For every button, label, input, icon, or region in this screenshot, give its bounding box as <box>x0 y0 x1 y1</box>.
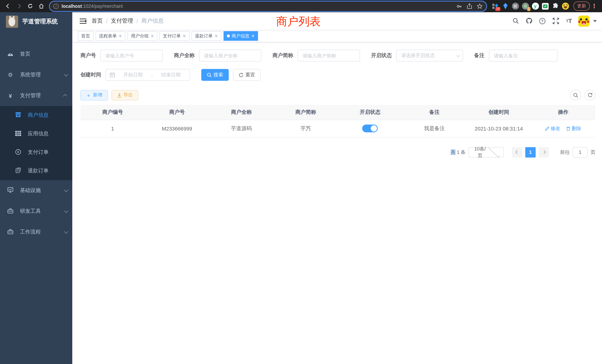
browser-toolbar: i localhost:1024/pay/merchant 10 ⌘ 1 <box>0 0 602 12</box>
fullscreen-icon[interactable] <box>552 17 560 25</box>
edit-link[interactable]: 修改 <box>545 125 560 132</box>
status-toggle[interactable] <box>362 125 378 132</box>
app-logo[interactable]: 芋道管理系统 <box>0 12 72 31</box>
merchant-no-input[interactable] <box>100 50 163 62</box>
chrome-update-button[interactable]: 更新 <box>573 1 590 11</box>
chevron-up-icon <box>63 94 67 98</box>
pagination: 共 1 条 10条/页 1 前往 页 <box>80 147 595 157</box>
breadcrumb-home[interactable]: 首页 <box>92 17 103 24</box>
extension-yuque-icon[interactable]: y <box>532 2 539 10</box>
url-text[interactable]: localhost:1024/pay/merchant <box>62 3 453 9</box>
chevron-down-icon <box>64 188 68 192</box>
trash-icon <box>566 126 570 131</box>
share-icon[interactable] <box>467 3 472 9</box>
short-name-input[interactable] <box>298 50 360 62</box>
status-select[interactable]: 请选择开启状态 <box>396 50 463 62</box>
next-page-button[interactable] <box>539 147 549 157</box>
user-avatar[interactable] <box>578 15 589 26</box>
sidebar-item-app-info[interactable]: 应用信息 <box>0 125 72 143</box>
add-button[interactable]: ＋ 新增 <box>80 90 108 100</box>
close-icon[interactable]: ✕ <box>251 33 255 38</box>
refresh-icon <box>239 73 244 77</box>
sidebar-item-infrastructure[interactable]: 基础设施 <box>0 180 72 201</box>
search-icon <box>207 73 212 77</box>
password-key-icon[interactable] <box>456 3 462 9</box>
cell-remark: 我是备注 <box>402 120 466 137</box>
breadcrumb-payment[interactable]: 支付管理 <box>111 17 133 24</box>
sidebar-item-refund-order[interactable]: 退款订单 <box>0 162 72 180</box>
export-button[interactable]: 导出 <box>112 90 138 100</box>
sidebar-item-payment[interactable]: ¥ 支付管理 <box>0 85 72 106</box>
help-icon[interactable]: ? <box>538 17 546 25</box>
sidebar-item-home[interactable]: 首页 <box>0 44 72 64</box>
browser-menu-icon[interactable]: ••• <box>592 4 596 9</box>
extension-grid-icon[interactable]: 10 <box>492 2 499 10</box>
prev-page-button[interactable] <box>512 147 522 157</box>
show-search-toggle-button[interactable] <box>570 90 581 100</box>
tab-merchant-info[interactable]: 商户信息✕ <box>224 31 258 41</box>
chevron-down-icon <box>64 72 68 76</box>
payment-submenu: 商户信息 应用信息 ¥ 支付订单 <box>0 106 72 180</box>
yen-circle-icon: ¥ <box>15 149 22 156</box>
extension-gem-icon[interactable] <box>502 2 509 10</box>
close-icon[interactable]: ✕ <box>215 33 218 38</box>
sidebar-item-system[interactable]: ⚙ 系统管理 <box>0 64 72 85</box>
close-icon[interactable]: ✕ <box>150 33 154 38</box>
col-status: 开启状态 <box>338 105 402 120</box>
full-name-input[interactable] <box>199 50 261 62</box>
refresh-table-button[interactable] <box>585 90 595 100</box>
close-icon[interactable]: ✕ <box>183 33 186 38</box>
tab-pay-order[interactable]: 支付订单✕ <box>160 31 189 41</box>
date-range-picker[interactable]: 开始日期 - 结束日期 <box>106 69 190 81</box>
sidebar-item-workflow[interactable]: 工作流程 <box>0 222 72 242</box>
extension-badge: 10 <box>495 7 500 11</box>
total-text: 共 1 条 <box>451 149 466 156</box>
browser-reload-button[interactable] <box>25 1 35 11</box>
remark-input[interactable] <box>489 50 558 62</box>
close-icon[interactable]: ✕ <box>119 33 122 38</box>
address-bar[interactable]: i localhost:1024/pay/merchant <box>50 1 486 11</box>
plus-icon: ＋ <box>86 93 91 98</box>
tab-user-group[interactable]: 用户分组✕ <box>128 31 157 41</box>
bookmark-star-icon[interactable] <box>477 3 483 9</box>
table-row: 1 M233666999 芋道源码 芋艿 我是备注 2021-10-23 08:… <box>80 120 595 137</box>
site-info-icon[interactable]: i <box>53 3 59 9</box>
short-name-label: 商户简称 <box>272 52 293 59</box>
sidebar-item-pay-order[interactable]: ¥ 支付订单 <box>0 143 72 162</box>
toolbox-icon <box>7 229 14 235</box>
sidebar-item-dev-tools[interactable]: 研发工具 <box>0 201 72 222</box>
profile-avatar-icon[interactable] <box>562 2 569 10</box>
user-menu-caret-icon[interactable] <box>593 20 597 22</box>
delete-link[interactable]: 删除 <box>566 125 581 132</box>
browser-forward-button[interactable] <box>14 1 24 11</box>
header-search-icon[interactable] <box>512 17 520 25</box>
browser-home-button[interactable] <box>36 1 46 11</box>
documents-icon <box>15 168 22 174</box>
browser-back-button[interactable] <box>3 1 13 11</box>
extension-recorder-icon[interactable]: 1 <box>522 2 529 10</box>
github-icon[interactable] <box>525 17 533 25</box>
chevron-down-icon <box>64 209 68 213</box>
sidebar: 芋道管理系统 首页 ⚙ 系统管理 ¥ 支付管理 <box>0 12 72 364</box>
page-number-button[interactable]: 1 <box>525 147 536 157</box>
sidebar-item-merchant-info[interactable]: 商户信息 <box>0 106 72 125</box>
active-dot <box>227 34 230 37</box>
date-end-placeholder: 结束日期 <box>156 72 186 78</box>
search-button[interactable]: 搜索 <box>201 69 229 81</box>
page-size-select[interactable]: 10条/页 <box>469 147 504 157</box>
extension-chat-icon[interactable] <box>542 2 549 10</box>
font-size-icon[interactable]: TT <box>565 17 573 25</box>
extensions-puzzle-icon[interactable] <box>552 2 559 10</box>
tab-process-form[interactable]: 流程表单✕ <box>96 31 125 41</box>
extensions-area: 10 ⌘ 1 y <box>492 2 569 10</box>
reset-button[interactable]: 重置 <box>233 69 261 81</box>
tab-refund-order[interactable]: 退款订单✕ <box>192 31 221 41</box>
extension-command-icon[interactable]: ⌘ <box>512 2 519 10</box>
tab-home[interactable]: 首页 <box>78 31 93 41</box>
sidebar-collapse-icon[interactable] <box>80 18 86 23</box>
chevron-down-icon <box>456 53 460 57</box>
toolbox-icon <box>7 208 14 214</box>
annotation-merchant-list: 商户列表 <box>276 14 321 29</box>
goto-page-input[interactable] <box>573 147 588 157</box>
merchant-table: 商户编号 商户号 商户全称 商户简称 开启状态 备注 创建时间 操作 1 <box>80 105 595 137</box>
